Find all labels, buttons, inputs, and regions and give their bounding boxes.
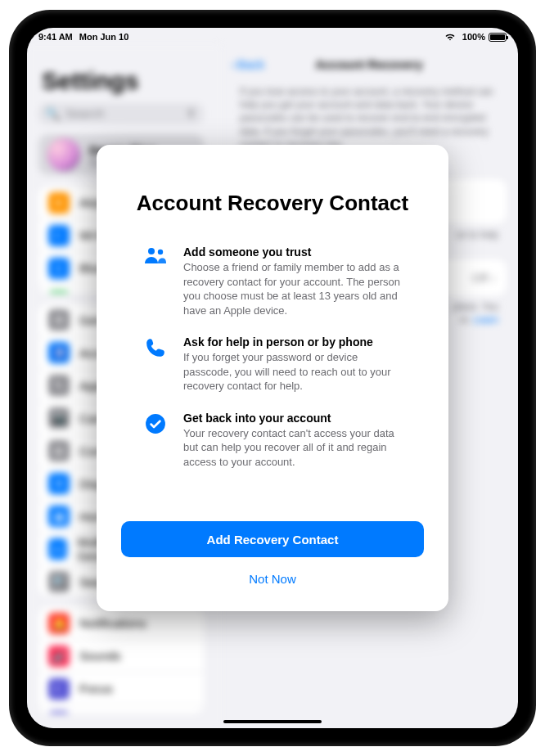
svg-point-1 <box>158 250 163 254</box>
focus-icon: ☾ <box>48 678 70 700</box>
battery-icon: ▮ <box>48 290 70 293</box>
battery-pct: 100% <box>462 32 485 42</box>
back-label: Back <box>237 57 264 71</box>
feature-title: Get back into your account <box>183 412 403 425</box>
home-indicator[interactable] <box>223 720 322 723</box>
battery-status: 100% <box>462 32 507 42</box>
search-field[interactable]: 🔍 Search 🎙 <box>38 103 204 124</box>
detail-title: Account Recovery <box>315 57 423 71</box>
modal-feature: Get back into your accountYour recovery … <box>142 412 403 470</box>
status-date: Mon Jun 10 <box>79 32 129 42</box>
feature-title: Add someone you trust <box>183 245 403 259</box>
sidebar-item-screen-time[interactable]: ⏳Screen Time <box>38 705 204 713</box>
modal-feature: Add someone you trustChoose a friend or … <box>142 245 403 317</box>
search-placeholder: Search <box>65 106 105 120</box>
ipad-frame: 9:41 AM Mon Jun 10 100% Settings 🔍 Searc… <box>11 11 534 745</box>
camera-icon: 📷 <box>48 407 70 429</box>
sidebar-item-sounds[interactable]: 🔊Sounds <box>38 640 204 673</box>
sounds-icon: 🔊 <box>48 646 70 667</box>
chevron-right-icon: › <box>491 271 495 285</box>
search-icon: 🔍 <box>45 106 61 121</box>
not-now-button[interactable]: Not Now <box>249 565 296 592</box>
sidebar-item-notifications[interactable]: 🔔Notifications <box>38 607 204 640</box>
general-icon: ⚙ <box>48 309 70 331</box>
chevron-left-icon: ‹ <box>232 57 236 71</box>
sidebar-item-label: Sounds <box>79 649 121 663</box>
sidebar-item-focus[interactable]: ☾Focus <box>38 673 204 705</box>
modal-title: Account Recovery Contact <box>121 191 424 216</box>
accessibility-icon: ♿ <box>48 342 70 363</box>
recovery-key-value: Off <box>471 271 488 285</box>
notifications-icon: 🔔 <box>48 613 70 634</box>
add-recovery-contact-button[interactable]: Add Recovery Contact <box>121 521 424 557</box>
feature-description: Choose a friend or family member to add … <box>183 260 403 317</box>
svg-point-2 <box>146 414 165 434</box>
svg-point-0 <box>148 248 155 254</box>
airplane-icon: ✈ <box>48 192 70 214</box>
bluetooth-icon: ᛒ <box>48 258 70 279</box>
screen-time-icon: ⏳ <box>48 711 70 713</box>
avatar <box>47 137 81 172</box>
sidebar-section-3: 🔔Notifications🔊Sounds☾Focus⏳Screen Time <box>38 607 204 713</box>
feature-description: Your recovery contact can't access your … <box>183 426 403 470</box>
learn-more-link[interactable]: Learn <box>473 314 498 326</box>
battery-icon <box>489 33 507 42</box>
modal-feature: Ask for help in person or by phoneIf you… <box>142 335 403 394</box>
search-settings-icon: 🔍 <box>48 571 70 592</box>
sidebar-item-label: Notifications <box>79 616 146 630</box>
wifi-icon: ᯤ <box>48 225 70 246</box>
screen: 9:41 AM Mon Jun 10 100% Settings 🔍 Searc… <box>27 28 518 728</box>
status-bar: 9:41 AM Mon Jun 10 100% <box>27 28 518 44</box>
sidebar-title: Settings <box>30 47 212 100</box>
feature-title: Ask for help in person or by phone <box>183 335 403 349</box>
checkmark-seal-icon <box>142 413 169 470</box>
feature-description: If you forget your password or device pa… <box>183 350 403 394</box>
mic-icon[interactable]: 🎙 <box>185 106 197 120</box>
recovery-contact-modal: Account Recovery Contact Add someone you… <box>97 145 448 611</box>
phone-icon <box>142 337 169 394</box>
multitasking-icon: ▭ <box>48 538 67 560</box>
display-icon: ☀ <box>48 473 70 494</box>
modal-feature-list: Add someone you trustChoose a friend or … <box>121 245 424 469</box>
status-time: 9:41 AM <box>38 32 73 42</box>
home-screen-icon: ▦ <box>48 506 70 527</box>
back-button[interactable]: ‹ Back <box>232 57 264 71</box>
wifi-status-icon <box>444 33 456 41</box>
apple-pencil-icon: ✎ <box>48 375 70 396</box>
people-icon <box>142 247 169 317</box>
control-center-icon: ⊞ <box>48 440 70 461</box>
sidebar-item-label: Focus <box>79 682 113 695</box>
detail-header: ‹ Back Account Recovery <box>228 47 510 80</box>
